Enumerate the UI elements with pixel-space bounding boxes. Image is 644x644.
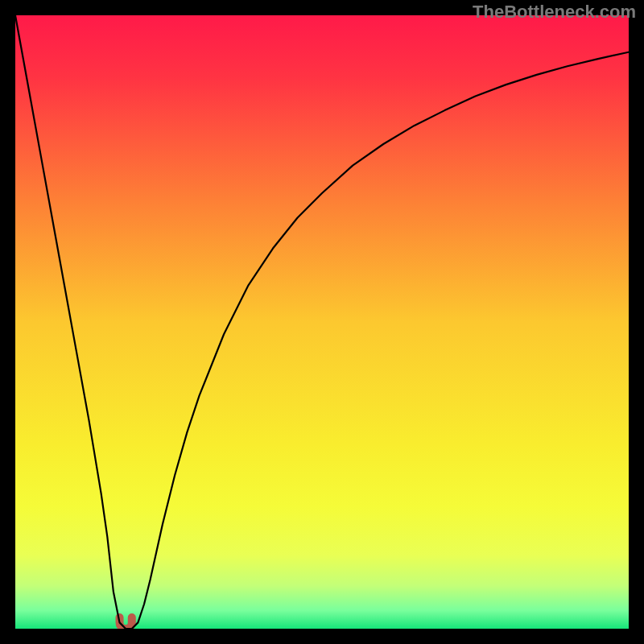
plot-area — [15, 15, 629, 629]
bottleneck-chart — [15, 15, 629, 629]
chart-container: TheBottleneck.com — [0, 0, 644, 644]
watermark-text: TheBottleneck.com — [473, 2, 636, 23]
